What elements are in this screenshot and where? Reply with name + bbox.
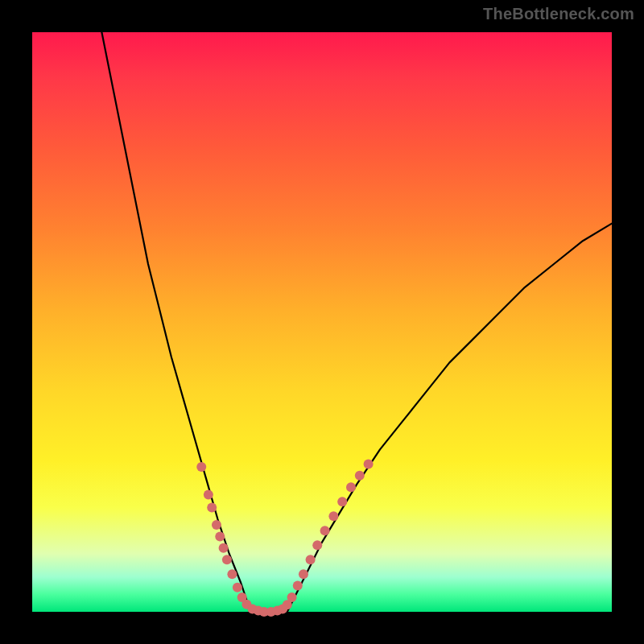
data-point-26	[346, 482, 356, 492]
data-point-8	[233, 583, 242, 592]
chart-series-left-curve	[101, 32, 252, 612]
data-point-24	[328, 511, 338, 521]
plot-area	[32, 32, 612, 612]
data-point-27	[355, 471, 365, 481]
data-point-20	[299, 569, 308, 579]
data-point-7	[227, 569, 237, 579]
data-point-6	[222, 555, 232, 564]
data-point-19	[293, 581, 303, 591]
chart-data-points	[196, 459, 373, 617]
data-point-0	[196, 462, 206, 472]
chart-svg	[32, 32, 612, 612]
data-point-4	[215, 531, 225, 541]
data-point-18	[287, 592, 297, 602]
data-point-5	[219, 543, 229, 553]
data-point-2	[207, 502, 217, 512]
data-point-22	[312, 540, 322, 550]
chart-lines	[101, 32, 612, 612]
data-point-21	[306, 555, 316, 564]
data-point-25	[337, 497, 347, 506]
data-point-3	[212, 520, 221, 530]
data-point-28	[364, 459, 374, 469]
watermark-text: TheBottleneck.com	[483, 5, 634, 23]
chart-series-right-curve	[287, 224, 612, 612]
data-point-23	[320, 526, 330, 535]
data-point-1	[204, 490, 213, 500]
chart-container: TheBottleneck.com	[0, 0, 644, 644]
